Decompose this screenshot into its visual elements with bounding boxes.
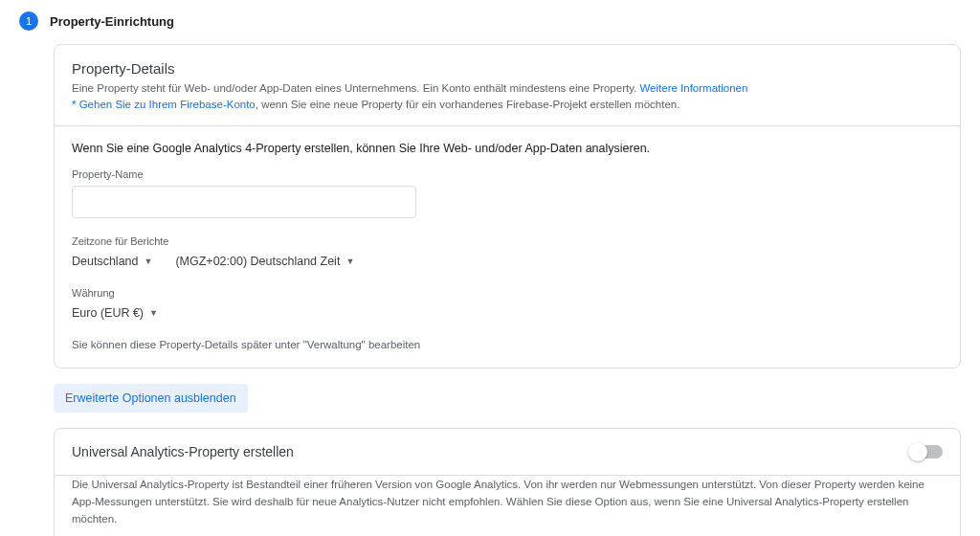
ua-title: Universal Analytics-Property erstellen [72, 444, 294, 459]
firebase-account-link[interactable]: Gehen Sie zu Ihrem Firebase-Konto [79, 99, 256, 110]
property-name-label: Property-Name [72, 168, 943, 180]
currency-select[interactable]: Euro (EUR €) ▼ [72, 304, 158, 322]
timezone-offset-select[interactable]: (MGZ+02:00) Deutschland Zeit ▼ [175, 253, 354, 270]
currency-label: Währung [72, 287, 943, 299]
advanced-options-toggle[interactable]: Erweiterte Optionen ausblenden [54, 384, 248, 413]
ua-description: Die Universal Analytics-Property ist Bes… [55, 476, 960, 537]
caret-down-icon: ▼ [145, 257, 153, 266]
universal-analytics-card: Universal Analytics-Property erstellen D… [54, 428, 961, 537]
property-details-card: Property-Details Eine Property steht für… [54, 44, 961, 368]
property-details-description: Eine Property steht für Web- und/oder Ap… [72, 80, 943, 97]
step-title: Property-Einrichtung [50, 14, 174, 29]
step-header: 1 Property-Einrichtung [19, 11, 961, 31]
caret-down-icon: ▼ [149, 308, 158, 318]
property-details-heading: Property-Details [72, 60, 943, 77]
firebase-note: * Gehen Sie zu Ihrem Firebase-Konto, wen… [72, 97, 943, 113]
switch-knob [908, 442, 927, 461]
form-lead-text: Wenn Sie eine Google Analytics 4-Propert… [72, 142, 943, 155]
property-name-input[interactable] [72, 186, 416, 218]
timezone-label: Zeitzone für Berichte [72, 235, 943, 247]
edit-later-hint: Sie können diese Property-Details später… [72, 339, 943, 350]
caret-down-icon: ▼ [345, 257, 354, 266]
ua-toggle-switch[interactable] [910, 445, 943, 458]
timezone-country-select[interactable]: Deutschland ▼ [72, 253, 152, 270]
step-number-badge: 1 [19, 11, 38, 31]
more-info-link[interactable]: Weitere Informationen [639, 82, 747, 94]
